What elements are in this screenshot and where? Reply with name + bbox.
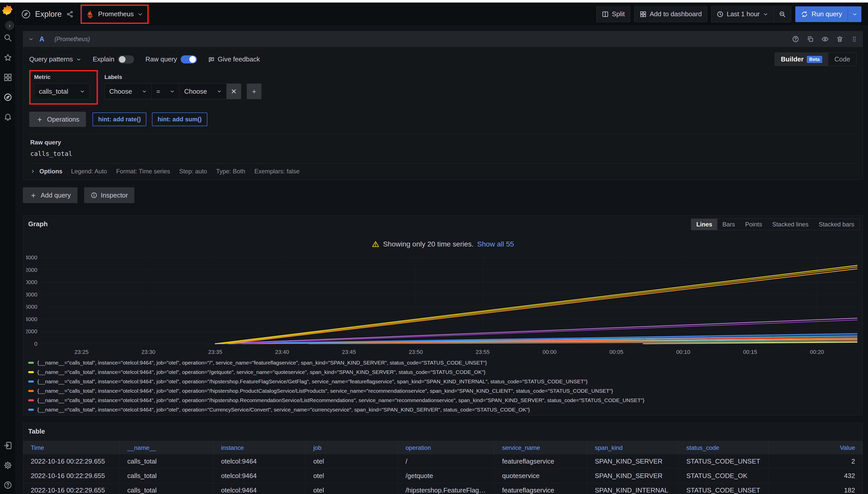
query-hint-button[interactable]: hint: add rate() <box>92 112 146 126</box>
query-help-icon[interactable] <box>792 36 799 43</box>
warning-triangle-icon <box>372 241 379 248</box>
starred-icon[interactable] <box>3 53 12 62</box>
sidebar: › <box>0 2 16 494</box>
graph-mode-stacked-bars[interactable]: Stacked bars <box>814 219 860 230</box>
svg-text:23:55: 23:55 <box>476 349 490 355</box>
share-icon[interactable] <box>66 11 73 18</box>
duplicate-query-icon[interactable] <box>807 36 814 43</box>
legend-item[interactable]: {__name__="calls_total", instance="otelc… <box>28 358 863 367</box>
datasource-picker[interactable]: Prometheus <box>84 8 145 21</box>
option-summary-item: Legend: Auto <box>71 168 107 175</box>
svg-text:00:15: 00:15 <box>743 349 757 355</box>
legend-item[interactable]: {__name__="calls_total", instance="otelc… <box>28 414 863 415</box>
legend-item[interactable]: {__name__="calls_total", instance="otelc… <box>28 405 863 414</box>
graph-mode-bars[interactable]: Bars <box>717 219 740 230</box>
legend-item[interactable]: {__name__="calls_total", instance="otelc… <box>28 377 863 386</box>
chevron-down-icon <box>137 11 143 17</box>
raw-query-expression: calls_total <box>30 150 855 157</box>
warning-text: Showing only 20 time series. <box>383 240 473 248</box>
sidebar-expand-button[interactable]: › <box>5 21 14 30</box>
raw-query-label: Raw query <box>145 55 177 63</box>
label-operator-select[interactable]: = <box>151 83 179 99</box>
legend-item[interactable]: {__name__="calls_total", instance="otelc… <box>28 367 863 377</box>
results-table: Time__name__instancejoboperationservice_… <box>23 441 863 494</box>
explain-toggle[interactable] <box>118 55 134 63</box>
drag-handle-icon[interactable] <box>851 36 857 42</box>
tab-code[interactable]: Code <box>828 53 856 66</box>
table-header-time[interactable]: Time <box>23 441 120 454</box>
hide-query-eye-icon[interactable] <box>821 36 829 43</box>
settings-gear-icon[interactable] <box>3 461 12 470</box>
graph-mode-points[interactable]: Points <box>740 219 767 230</box>
run-query-caret[interactable] <box>848 6 862 22</box>
legend-swatch <box>28 371 34 373</box>
table-body: 2022-10-16 00:22:29.655calls_totalotelco… <box>23 454 863 494</box>
table-header-job[interactable]: job <box>305 441 398 454</box>
table-header-statuscode[interactable]: status_code <box>679 441 768 454</box>
time-picker-group: Last 1 hour <box>711 6 791 22</box>
explore-compass-icon[interactable] <box>3 93 12 101</box>
zoom-out-button[interactable] <box>774 6 791 22</box>
label-value-select[interactable]: Choose <box>179 83 227 99</box>
time-range-picker[interactable]: Last 1 hour <box>711 6 774 22</box>
metric-select[interactable]: calls_total <box>34 83 90 99</box>
table-cell: 2022-10-16 00:22:29.655 <box>23 469 120 483</box>
query-editor-panel: A (Prometheus) <box>23 31 863 180</box>
table-cell: otel <box>305 454 398 468</box>
give-feedback-button[interactable]: Give feedback <box>208 55 260 63</box>
raw-query-toggle[interactable] <box>181 55 197 63</box>
legend-item[interactable]: {__name__="calls_total", instance="otelc… <box>28 396 863 405</box>
query-datasource-hint: (Prometheus) <box>55 36 90 43</box>
run-query-main[interactable]: Run query <box>795 6 848 22</box>
datasource-name: Prometheus <box>98 10 134 18</box>
table-cell: calls_total <box>120 469 213 483</box>
legend-label: {__name__="calls_total", instance="otelc… <box>37 379 587 385</box>
table-cell: otel <box>305 483 398 494</box>
legend-swatch <box>28 409 34 411</box>
add-to-dashboard-button[interactable]: Add to dashboard <box>634 6 707 22</box>
add-operation-button[interactable]: ＋ Operations <box>29 112 86 127</box>
query-row-header[interactable]: A (Prometheus) <box>23 31 863 47</box>
table-header-value[interactable]: Value <box>768 441 863 454</box>
table-header-name[interactable]: __name__ <box>120 441 213 454</box>
add-query-button[interactable]: ＋ Add query <box>23 187 77 203</box>
inspector-button[interactable]: Inspector <box>84 187 135 203</box>
legend-item[interactable]: {__name__="calls_total", instance="otelc… <box>28 386 863 396</box>
table-header-spankind[interactable]: span_kind <box>587 441 679 454</box>
sidebar-top-nav <box>3 34 12 121</box>
time-series-chart[interactable]: 0200040006000800010000120001400023:2523:… <box>23 248 863 356</box>
table-cell: SPAN_KIND_SERVER <box>587 469 679 483</box>
svg-text:23:30: 23:30 <box>141 349 155 355</box>
table-cell: /getquote <box>398 469 494 483</box>
grafana-logo[interactable] <box>2 5 14 17</box>
collapse-chevron-icon[interactable] <box>28 36 34 42</box>
table-header-servicename[interactable]: service_name <box>494 441 587 454</box>
query-hint-button[interactable]: hint: add sum() <box>152 112 207 126</box>
navbar: Explore Prometheus Split <box>16 2 868 26</box>
search-icon[interactable] <box>3 34 12 42</box>
label-key-select[interactable]: Choose <box>105 83 151 99</box>
sign-in-icon[interactable] <box>3 441 12 450</box>
remove-query-trash-icon[interactable] <box>836 36 843 43</box>
remove-label-filter-button[interactable]: ✕ <box>227 83 241 99</box>
svg-text:8000: 8000 <box>26 291 37 298</box>
run-query-button[interactable]: Run query <box>795 6 862 22</box>
split-button[interactable]: Split <box>596 6 630 22</box>
tab-builder[interactable]: Builder Beta <box>775 53 828 66</box>
add-label-filter-button[interactable]: ＋ <box>247 83 261 99</box>
show-all-series-link[interactable]: Show all 55 <box>477 240 514 248</box>
graph-mode-lines[interactable]: Lines <box>691 219 717 230</box>
table-row: 2022-10-16 00:22:29.655calls_totalotelco… <box>23 469 863 483</box>
legend-label: {__name__="calls_total", instance="otelc… <box>37 397 645 403</box>
table-header-operation[interactable]: operation <box>398 441 494 454</box>
legend-label: {__name__="calls_total", instance="otelc… <box>37 388 613 394</box>
query-patterns-dropdown[interactable]: Query patterns <box>29 55 82 63</box>
legend-label: {__name__="calls_total", instance="otelc… <box>37 369 485 375</box>
alerting-bell-icon[interactable] <box>3 113 12 121</box>
dashboards-icon[interactable] <box>3 73 12 82</box>
svg-text:23:25: 23:25 <box>74 349 88 355</box>
table-header-instance[interactable]: instance <box>213 441 305 454</box>
options-expander[interactable]: Options <box>30 168 62 175</box>
graph-mode-stacked-lines[interactable]: Stacked lines <box>767 219 814 230</box>
help-icon[interactable] <box>3 481 12 490</box>
